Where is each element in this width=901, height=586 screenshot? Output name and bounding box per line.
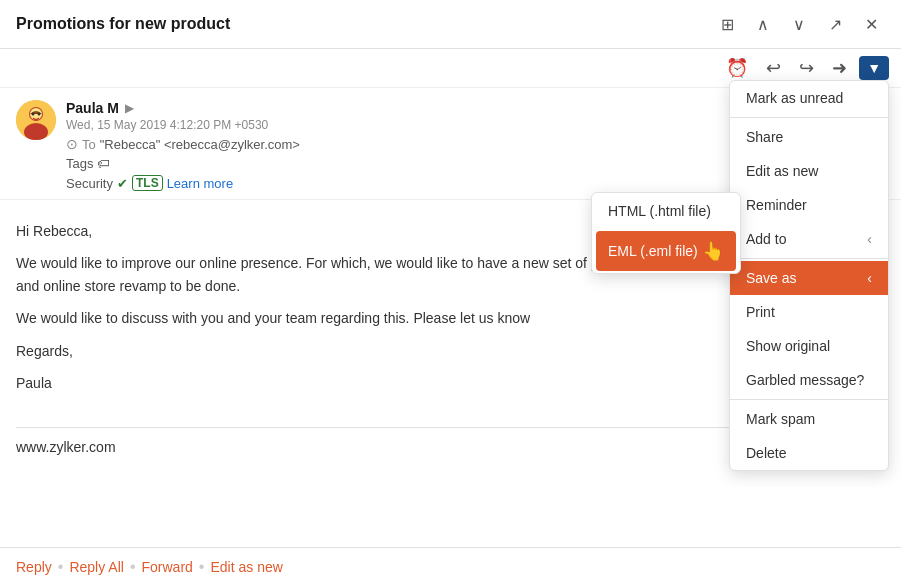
dropdown-item-reminder[interactable]: Reminder <box>730 188 888 222</box>
learn-more-link[interactable]: Learn more <box>167 176 233 191</box>
dropdown-item-show-original[interactable]: Show original <box>730 329 888 363</box>
dropdown-item-edit-as-new[interactable]: Edit as new <box>730 154 888 188</box>
dropdown-item-save-as[interactable]: Save as‹ <box>730 261 888 295</box>
email-header: Promotions for new product ⊞ ∧ ∨ ↗ ✕ <box>0 0 901 49</box>
dropdown-item-share[interactable]: Share <box>730 120 888 154</box>
reply-all-button-toolbar[interactable]: ↪ <box>793 53 820 83</box>
reply-button-toolbar[interactable]: ↩ <box>760 53 787 83</box>
header-actions: ⊞ ∧ ∨ ↗ ✕ <box>713 10 885 38</box>
grid-icon-button[interactable]: ⊞ <box>713 10 741 38</box>
submenu-chevron-icon: ‹ <box>867 231 872 247</box>
save-as-eml-item[interactable]: EML (.eml file) 👆 <box>596 231 736 271</box>
email-title: Promotions for new product <box>16 15 230 33</box>
security-check-icon: ✔ <box>117 176 128 191</box>
dropdown-item-add-to[interactable]: Add to‹ <box>730 222 888 256</box>
email-footer: Reply • Reply All • Forward • Edit as ne… <box>0 547 901 586</box>
dropdown-item-print[interactable]: Print <box>730 295 888 329</box>
reply-footer-button[interactable]: Reply <box>16 559 52 575</box>
external-link-button[interactable]: ↗ <box>821 10 849 38</box>
tags-icon: 🏷 <box>97 156 110 171</box>
expand-icon[interactable]: ⊙ <box>66 136 78 152</box>
dropdown-item-delete[interactable]: Delete <box>730 436 888 470</box>
tls-badge: TLS <box>132 175 163 191</box>
edit-as-new-footer-button[interactable]: Edit as new <box>210 559 282 575</box>
dropdown-item-garbled-message?[interactable]: Garbled message? <box>730 363 888 397</box>
more-actions-dropdown-button[interactable]: ▼ <box>859 56 889 80</box>
dropdown-menu: Mark as unreadShareEdit as newReminderAd… <box>729 80 889 471</box>
submenu-chevron-icon: ‹ <box>867 270 872 286</box>
save-as-submenu: HTML (.html file) EML (.eml file) 👆 <box>591 192 741 274</box>
avatar <box>16 100 56 140</box>
save-as-html-item[interactable]: HTML (.html file) <box>592 193 740 229</box>
forward-button-toolbar[interactable]: ➜ <box>826 53 853 83</box>
svg-point-4 <box>32 113 35 116</box>
dropdown-item-mark-spam[interactable]: Mark spam <box>730 402 888 436</box>
dropdown-item-mark-as-unread[interactable]: Mark as unread <box>730 81 888 115</box>
reply-all-footer-button[interactable]: Reply All <box>69 559 123 575</box>
navigate-up-button[interactable]: ∧ <box>749 10 777 38</box>
forward-footer-button[interactable]: Forward <box>141 559 192 575</box>
svg-point-5 <box>38 113 41 116</box>
cursor-icon: 👆 <box>702 240 724 262</box>
flag-icon: ▶ <box>125 102 133 115</box>
close-button[interactable]: ✕ <box>857 10 885 38</box>
alarm-button[interactable]: ⏰ <box>720 53 754 83</box>
navigate-down-button[interactable]: ∨ <box>785 10 813 38</box>
